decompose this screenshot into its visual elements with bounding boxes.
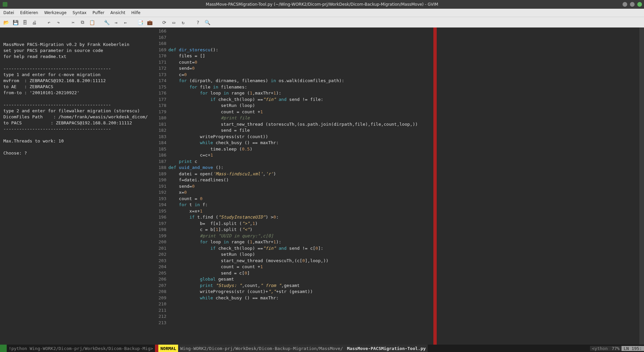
window-titlebar: MassMove-PACSMigration-Tool.py (~/Wing-W…	[0, 0, 644, 9]
print-icon[interactable]: 🖨	[30, 18, 38, 26]
status-percent: 77%	[610, 346, 622, 351]
code-line[interactable]: for t in f:	[168, 202, 639, 208]
code-line[interactable]: #print "UUID in query:",c[0]	[168, 233, 639, 239]
menu-datei[interactable]: Datei	[3, 10, 14, 15]
shell-icon[interactable]: ↻	[179, 18, 187, 26]
code-line[interactable]: files = []	[168, 53, 639, 59]
close-icon[interactable]	[637, 2, 642, 7]
status-left-indicator	[0, 345, 7, 352]
color-column	[433, 27, 437, 345]
code-line[interactable]: count=0	[168, 59, 639, 66]
open-icon[interactable]: 📂	[2, 18, 10, 26]
code-line[interactable]: send = file	[168, 127, 639, 134]
code-line[interactable]: print c	[168, 159, 639, 165]
window-controls	[623, 2, 642, 7]
redo-icon[interactable]: ↷	[54, 18, 62, 26]
code-line[interactable]: count = 0	[168, 196, 639, 202]
menu-puffer[interactable]: Puffer	[93, 10, 104, 15]
code-line[interactable]: for loop in range (1,maxThr+1):	[168, 90, 639, 97]
vertical-scrollbar[interactable]	[639, 27, 644, 345]
undo-icon[interactable]: ↶	[45, 18, 53, 26]
left-pane-terminal[interactable]: MassMove PACS-Migration v0.2 by Frank Ko…	[0, 27, 154, 345]
save-icon[interactable]: 💾	[11, 18, 19, 26]
toolbar: 📂 💾 🗄 🖨 ↶ ↷ ✂ ⧉ 📋 🔧 → ← 📑 💼 ⟳ ▭ ↻ ? 🔍	[0, 17, 644, 27]
code-line[interactable]: count = count +1	[168, 109, 639, 115]
code-line[interactable]: for file in filenames:	[168, 84, 639, 91]
window-title: MassMove-PACSMigration-Tool.py (~/Wing-W…	[206, 2, 438, 7]
code-line[interactable]: time.sleep (0.5)	[168, 146, 639, 153]
code-line[interactable]: def uuid_and_move ():	[168, 165, 639, 171]
code-line[interactable]: setRun (loop)	[168, 103, 639, 109]
code-line[interactable]: if t.find ("StudyInstanceUID") >0:	[168, 214, 639, 221]
code-line[interactable]: if check_th(loop) =="fin" and send != fi…	[168, 97, 639, 103]
copy-icon[interactable]: ⧉	[78, 18, 87, 26]
code-line[interactable]: c = b[1].split ("<")	[168, 227, 639, 233]
save-session-icon[interactable]: 💼	[146, 18, 154, 26]
help-icon[interactable]: ?	[194, 18, 202, 26]
paste-icon[interactable]: 📋	[88, 18, 96, 26]
make-icon[interactable]: ▭	[170, 18, 178, 26]
code-line[interactable]: count = count +1	[168, 264, 639, 270]
app-icon	[3, 2, 7, 7]
status-sep-red	[155, 345, 158, 352]
code-line[interactable]: writeProgress(str (count)+","+str (gesam…	[168, 289, 639, 295]
code-line[interactable]: x=0	[168, 189, 639, 196]
status-mode: NORMAL	[158, 345, 178, 352]
minimize-icon[interactable]	[623, 2, 627, 7]
code-line[interactable]: writeProgress(str (count))	[168, 134, 639, 140]
code-line[interactable]: print "Studys: ",count," from ",gesamt	[168, 283, 639, 289]
run-script-icon[interactable]: ⟳	[160, 18, 168, 26]
code-line[interactable]: while check_busy () == maxThr:	[168, 140, 639, 146]
status-path: Wing-WORK2/Dicom-prj/WorkDesk/Dicom-Back…	[178, 345, 345, 352]
code-line[interactable]: for (dirpath, dirnames, filenames) in os…	[168, 78, 639, 84]
find-help-icon[interactable]: 🔍	[203, 18, 211, 26]
find-replace-icon[interactable]: 🔧	[103, 18, 111, 26]
code-line[interactable]: #print file	[168, 115, 639, 121]
code-line[interactable]: f=datei.readlines()	[168, 177, 639, 183]
code-line[interactable]: b= f[x].split (">",1)	[168, 221, 639, 227]
line-number-gutter: 166 167 168 169 170 171 172 173 174 175 …	[154, 27, 168, 345]
code-editor[interactable]: def dir_storescu(): files = [] count=0 s…	[168, 27, 639, 345]
code-line[interactable]: send = c[0]	[168, 270, 639, 277]
code-line[interactable]: def dir_storescu():	[168, 47, 639, 53]
code-line[interactable]: while check_busy () == maxThr:	[168, 295, 639, 301]
menu-hilfe[interactable]: Hilfe	[131, 10, 140, 15]
status-command: !python Wing-WORK2/Dicom-prj/WorkDesk/Di…	[7, 345, 155, 352]
menu-syntax[interactable]: Syntax	[72, 10, 86, 15]
code-line[interactable]: x=x+1	[168, 208, 639, 215]
status-filename: MassMove-PACSMigration-Tool.py	[345, 345, 428, 352]
status-filetype: <ython	[590, 346, 610, 351]
code-line[interactable]: global gesamt	[168, 276, 639, 283]
code-line[interactable]: start_new_thread (movescuTh,(c[0],loop,)…	[168, 258, 639, 264]
menu-editieren[interactable]: Editieren	[20, 10, 38, 15]
code-line[interactable]: start_new_thread (storescuTh,(os.path.jo…	[168, 121, 639, 128]
statusbar: !python Wing-WORK2/Dicom-prj/WorkDesk/Di…	[0, 345, 644, 352]
cut-icon[interactable]: ✂	[69, 18, 77, 26]
maximize-icon[interactable]	[630, 2, 635, 7]
menubar: Datei Editieren Werkzeuge Syntax Puffer …	[0, 9, 644, 17]
new-session-icon[interactable]: 📑	[136, 18, 144, 26]
code-line[interactable]: if check_th(loop) =="fin" and send != c[…	[168, 245, 639, 252]
code-line[interactable]: c=c+1	[168, 152, 639, 159]
code-line[interactable]: send=0	[168, 65, 639, 72]
find-prev-icon[interactable]: ←	[121, 18, 129, 26]
editor-area: MassMove PACS-Migration v0.2 by Frank Ko…	[0, 27, 644, 345]
status-line-number: LN 195:	[622, 346, 644, 351]
menu-ansicht[interactable]: Ansicht	[110, 10, 125, 15]
code-line[interactable]: for loop in range (1,maxThr+1):	[168, 239, 639, 245]
code-line[interactable]: setRun (loop)	[168, 251, 639, 258]
code-line[interactable]: datei = open('Mass-findscu1,xml','r')	[168, 171, 639, 177]
code-line[interactable]: send=0	[168, 183, 639, 190]
code-line[interactable]: c=0	[168, 72, 639, 78]
menu-werkzeuge[interactable]: Werkzeuge	[44, 10, 67, 15]
find-next-icon[interactable]: →	[112, 18, 120, 26]
saveall-icon[interactable]: 🗄	[21, 18, 29, 26]
